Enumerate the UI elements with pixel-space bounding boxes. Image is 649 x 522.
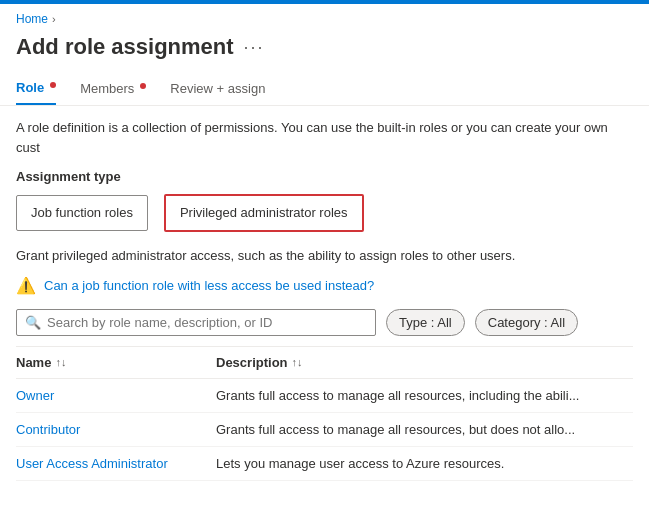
role-type-row: Job function roles Privileged administra… (16, 194, 633, 232)
row-contributor-desc: Grants full access to manage all resourc… (216, 422, 633, 437)
breadcrumb-chevron: › (52, 13, 56, 25)
tab-role-label: Role (16, 80, 44, 95)
privilege-description: Grant privileged administrator access, s… (16, 246, 633, 266)
search-input[interactable] (47, 315, 367, 330)
search-filter-row: 🔍 Type : All Category : All (16, 309, 633, 336)
breadcrumb: Home › (0, 4, 649, 30)
contributor-link[interactable]: Contributor (16, 422, 216, 437)
row-contributor-name: Contributor (16, 422, 216, 437)
col-header-description: Description ↑↓ (216, 355, 633, 370)
user-access-admin-link[interactable]: User Access Administrator (16, 456, 216, 471)
table-row: Contributor Grants full access to manage… (16, 413, 633, 447)
tab-review-label: Review + assign (170, 81, 265, 96)
tab-members-label: Members (80, 81, 134, 96)
category-filter-button[interactable]: Category : All (475, 309, 578, 336)
table-row: User Access Administrator Lets you manag… (16, 447, 633, 481)
table-row: Owner Grants full access to manage all r… (16, 379, 633, 413)
description-text: A role definition is a collection of per… (16, 118, 633, 157)
name-sort-icon[interactable]: ↑↓ (55, 356, 66, 368)
tab-review[interactable]: Review + assign (170, 73, 265, 104)
page-title-row: Add role assignment ··· (0, 30, 649, 72)
main-content: A role definition is a collection of per… (0, 106, 649, 481)
tab-members-dot (140, 83, 146, 89)
col-name-label: Name (16, 355, 51, 370)
col-desc-label: Description (216, 355, 288, 370)
search-icon: 🔍 (25, 315, 41, 330)
privileged-admin-roles-button[interactable]: Privileged administrator roles (164, 194, 364, 232)
search-box: 🔍 (16, 309, 376, 336)
col-header-name: Name ↑↓ (16, 355, 216, 370)
ellipsis-button[interactable]: ··· (244, 37, 265, 58)
warning-row: ⚠️ Can a job function role with less acc… (16, 276, 633, 295)
table-header: Name ↑↓ Description ↑↓ (16, 347, 633, 379)
tab-members[interactable]: Members (80, 73, 146, 104)
owner-link[interactable]: Owner (16, 388, 216, 403)
row-uaa-name: User Access Administrator (16, 456, 216, 471)
tabs-row: Role Members Review + assign (0, 72, 649, 106)
tab-role[interactable]: Role (16, 72, 56, 105)
warning-icon: ⚠️ (16, 276, 36, 295)
page-title: Add role assignment (16, 34, 234, 60)
row-owner-name: Owner (16, 388, 216, 403)
breadcrumb-home[interactable]: Home (16, 12, 48, 26)
roles-table: Name ↑↓ Description ↑↓ Owner Grants full… (16, 346, 633, 481)
warning-link[interactable]: Can a job function role with less access… (44, 278, 374, 293)
row-owner-desc: Grants full access to manage all resourc… (216, 388, 633, 403)
row-uaa-desc: Lets you manage user access to Azure res… (216, 456, 633, 471)
desc-sort-icon[interactable]: ↑↓ (292, 356, 303, 368)
job-function-roles-button[interactable]: Job function roles (16, 195, 148, 231)
tab-role-dot (50, 82, 56, 88)
assignment-type-label: Assignment type (16, 169, 633, 184)
type-filter-button[interactable]: Type : All (386, 309, 465, 336)
